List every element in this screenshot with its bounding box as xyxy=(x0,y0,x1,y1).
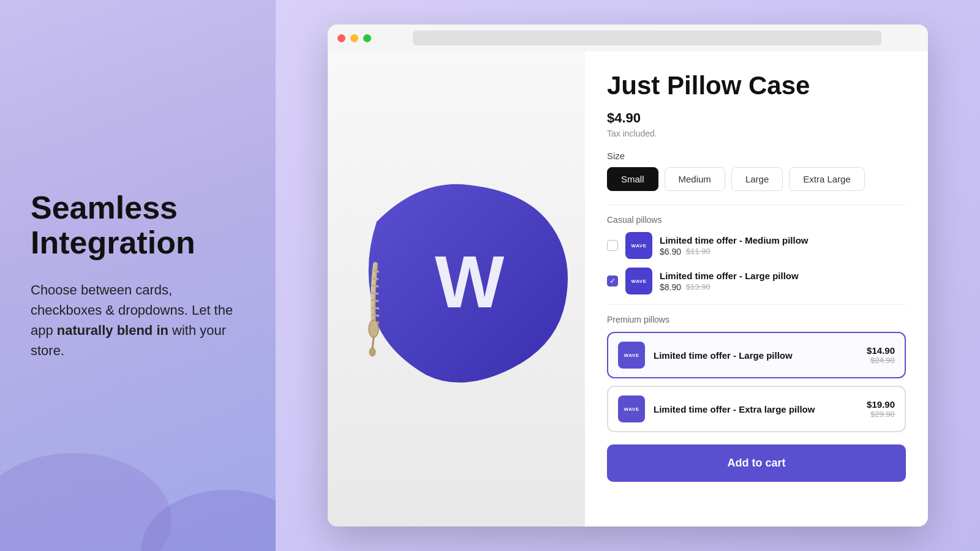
casual-item-2-info: Limited time offer - Large pillow $8.90 … xyxy=(660,271,906,292)
wave-badge-casual-1: WAVE xyxy=(625,232,652,259)
svg-text:W: W xyxy=(435,241,505,323)
headline: Seamless Integration xyxy=(31,190,245,260)
svg-line-6 xyxy=(372,307,379,309)
divider-2 xyxy=(607,304,906,305)
casual-checkbox-2[interactable] xyxy=(607,276,618,287)
casual-item-2-orig-price: $13.90 xyxy=(686,282,710,291)
premium-item-2-price: $19.90 xyxy=(867,399,895,410)
premium-item-2[interactable]: WAVE Limited time offer - Extra large pi… xyxy=(607,386,906,432)
casual-item-1-price: $6.90 xyxy=(660,247,681,257)
casual-item-1-name: Limited time offer - Medium pillow xyxy=(660,235,906,246)
svg-line-3 xyxy=(371,285,379,287)
wave-badge-casual-2: WAVE xyxy=(625,268,652,294)
premium-item-1-pricing: $14.90 $24.90 xyxy=(867,345,895,365)
premium-item-2-pricing: $19.90 $29.90 xyxy=(867,399,895,419)
product-details: Just Pillow Case $4.90 Tax included. Siz… xyxy=(585,51,928,527)
mac-titlebar xyxy=(328,24,928,51)
wave-label-1: WAVE xyxy=(631,243,647,249)
window-content: W xyxy=(328,51,928,527)
size-label: Size xyxy=(607,151,906,161)
casual-checkbox-1[interactable] xyxy=(607,240,618,251)
wave-badge-premium-1: WAVE xyxy=(618,342,645,369)
premium-item-2-info: Limited time offer - Extra large pillow xyxy=(654,404,858,414)
url-bar xyxy=(413,31,881,45)
right-area: W xyxy=(276,0,980,551)
left-panel: Seamless Integration Choose between card… xyxy=(0,0,276,551)
size-medium-button[interactable]: Medium xyxy=(665,167,725,191)
size-options: Small Medium Large Extra Large xyxy=(607,167,906,191)
add-to-cart-button[interactable]: Add to cart xyxy=(607,444,906,482)
casual-item-1-pricing: $6.90 $11.90 xyxy=(660,247,906,257)
premium-item-1-price: $14.90 xyxy=(867,345,895,356)
subtext-bold: naturally blend in xyxy=(57,323,168,338)
premium-item-2-name: Limited time offer - Extra large pillow xyxy=(654,404,858,414)
svg-line-5 xyxy=(371,300,379,301)
mac-minimize-button[interactable] xyxy=(350,34,358,42)
casual-item-1-orig-price: $11.90 xyxy=(686,247,710,256)
svg-line-10 xyxy=(372,337,374,349)
product-price: $4.90 xyxy=(607,110,906,126)
premium-pillows-label: Premium pillows xyxy=(607,315,906,324)
svg-line-7 xyxy=(372,315,379,316)
mac-close-button[interactable] xyxy=(337,34,345,42)
tax-included-text: Tax included. xyxy=(607,129,906,138)
wave-label-2: WAVE xyxy=(631,279,647,284)
mac-window: W xyxy=(328,24,928,527)
svg-point-9 xyxy=(369,320,379,337)
premium-item-1[interactable]: WAVE Limited time offer - Large pillow $… xyxy=(607,332,906,378)
product-image: W xyxy=(340,173,573,405)
product-image-area: W xyxy=(328,51,585,527)
svg-line-2 xyxy=(371,278,379,279)
premium-item-1-name: Limited time offer - Large pillow xyxy=(654,350,858,361)
premium-item-1-info: Limited time offer - Large pillow xyxy=(654,350,858,361)
casual-item-2[interactable]: WAVE Limited time offer - Large pillow $… xyxy=(607,268,906,294)
size-extralarge-button[interactable]: Extra Large xyxy=(789,167,865,191)
svg-line-1 xyxy=(372,271,379,272)
svg-line-4 xyxy=(371,293,379,294)
premium-item-2-orig-price: $29.90 xyxy=(870,410,895,419)
size-small-button[interactable]: Small xyxy=(607,167,658,191)
casual-pillows-label: Casual pillows xyxy=(607,215,906,225)
casual-item-1-info: Limited time offer - Medium pillow $6.90… xyxy=(660,235,906,257)
subtext: Choose between cards, checkboxes & dropd… xyxy=(31,280,245,361)
casual-item-2-name: Limited time offer - Large pillow xyxy=(660,271,906,281)
divider-1 xyxy=(607,204,906,205)
wave-label-p1: WAVE xyxy=(624,353,639,358)
mac-maximize-button[interactable] xyxy=(363,34,371,42)
casual-item-1[interactable]: WAVE Limited time offer - Medium pillow … xyxy=(607,232,906,259)
product-title: Just Pillow Case xyxy=(607,71,906,100)
size-large-button[interactable]: Large xyxy=(731,167,783,191)
casual-item-2-pricing: $8.90 $13.90 xyxy=(660,282,906,292)
wave-label-p2: WAVE xyxy=(624,407,639,412)
wave-badge-premium-2: WAVE xyxy=(618,395,645,422)
premium-item-1-orig-price: $24.90 xyxy=(870,356,895,365)
casual-item-2-price: $8.90 xyxy=(660,282,681,292)
svg-point-11 xyxy=(369,348,375,356)
